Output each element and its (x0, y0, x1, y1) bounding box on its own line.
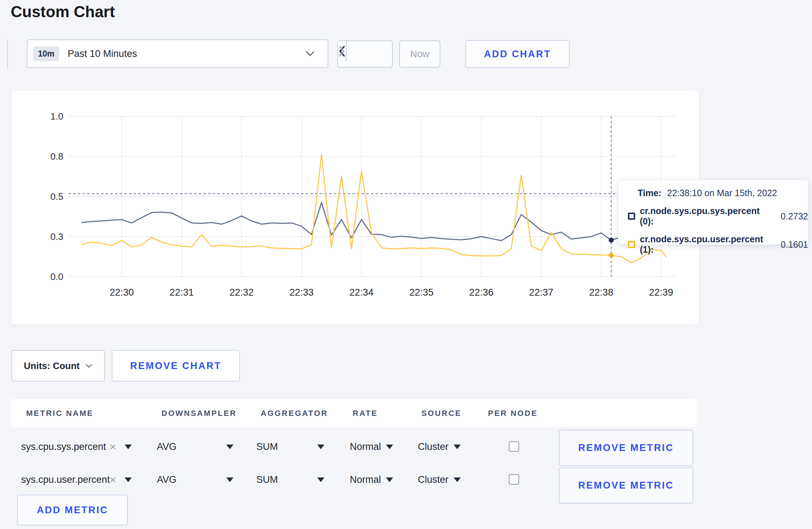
chevron-down-icon (85, 364, 92, 368)
series-swatch-sys-icon (628, 213, 635, 220)
y-axis-tick-label: 0.3 (50, 231, 63, 242)
x-axis-tick-label: 22:37 (529, 287, 554, 298)
metric-name-caret[interactable] (125, 470, 132, 490)
chevron-right-icon (338, 45, 346, 57)
aggregator-select[interactable]: SUM (256, 437, 278, 457)
x-axis-tick-label: 22:39 (649, 287, 673, 298)
col-header-per-node: PER NODE (488, 399, 538, 427)
tooltip-series-label: cr.node.sys.cpu.user.percent (1): (640, 234, 776, 255)
remove-chart-button[interactable]: REMOVE CHART (112, 350, 240, 382)
x-axis-tick-label: 22:34 (349, 287, 374, 298)
rate-select[interactable]: Normal (350, 437, 393, 457)
tooltip-time-label: Time: (638, 188, 661, 198)
time-range-badge: 10m (33, 47, 59, 61)
col-header-aggregator: AGGREGATOR (261, 399, 328, 427)
x-axis-tick-label: 22:35 (409, 287, 434, 298)
source-select[interactable]: Cluster (418, 470, 461, 490)
chart-hover-tooltip: Time: 22:38:10 on Mar 15th, 2022 cr.node… (618, 180, 808, 245)
clear-metric-icon[interactable]: × (110, 470, 116, 490)
tooltip-series-value: 0.1601 (781, 239, 808, 250)
x-axis-tick-label: 22:36 (469, 287, 494, 298)
units-select[interactable]: Units: Count (11, 350, 105, 382)
aggregator-caret[interactable] (317, 470, 324, 490)
downsampler-select[interactable]: AVG (157, 437, 177, 457)
chart-plot-area[interactable]: 0.00.30.50.81.022:3022:3122:3222:3322:34… (11, 91, 700, 325)
series-swatch-user-icon (628, 241, 635, 248)
add-chart-button[interactable]: ADD CHART (465, 40, 570, 68)
tooltip-series-row: cr.node.sys.cpu.sys.percent (0): 0.2732 (628, 206, 808, 227)
tooltip-time-value: 22:38:10 on Mar 15th, 2022 (667, 188, 777, 198)
remove-metric-button[interactable]: REMOVE METRIC (559, 467, 693, 504)
toolbar-divider (7, 40, 8, 68)
time-range-select[interactable]: 10m Past 10 Minutes (27, 39, 328, 68)
x-axis-tick-label: 22:33 (289, 287, 314, 298)
col-header-downsampler: DOWNSAMPLER (161, 399, 237, 427)
col-header-metric-name: METRIC NAME (26, 399, 93, 427)
remove-metric-button[interactable]: REMOVE METRIC (559, 430, 693, 466)
y-axis-tick-label: 1.0 (50, 111, 63, 122)
per-node-checkbox[interactable] (509, 441, 519, 452)
downsampler-caret[interactable] (226, 470, 233, 490)
triangle-down-icon (454, 477, 461, 482)
aggregator-select[interactable]: SUM (256, 470, 278, 490)
add-metric-button[interactable]: ADD METRIC (17, 495, 128, 525)
tooltip-series-value: 0.2732 (781, 211, 808, 222)
aggregator-caret[interactable] (317, 437, 324, 457)
chart-card: 0.00.30.50.81.022:3022:3122:3222:3322:34… (11, 90, 700, 325)
rate-select[interactable]: Normal (350, 470, 393, 490)
x-axis-tick-label: 22:30 (110, 287, 134, 298)
clear-metric-icon[interactable]: × (110, 437, 116, 457)
chevron-down-icon (305, 51, 315, 57)
y-axis-tick-label: 0.0 (50, 271, 63, 282)
next-window-button[interactable] (338, 41, 346, 61)
now-button[interactable]: Now (399, 40, 440, 68)
triangle-down-icon (454, 445, 461, 449)
metric-name-caret[interactable] (125, 437, 132, 457)
y-axis-tick-label: 0.5 (50, 191, 63, 202)
triangle-down-icon (386, 477, 393, 482)
x-axis-tick-label: 22:38 (589, 287, 613, 298)
metric-name-select[interactable]: sys.cpu.user.percent (21, 470, 110, 490)
highlighted-point (609, 253, 614, 258)
downsampler-caret[interactable] (226, 437, 233, 457)
downsampler-select[interactable]: AVG (157, 470, 177, 490)
time-window-nav (337, 40, 393, 68)
tooltip-series-row: cr.node.sys.cpu.user.percent (1): 0.1601 (628, 234, 808, 255)
highlighted-point (609, 238, 614, 243)
metric-name-select[interactable]: sys.cpu.sys.percent (21, 437, 106, 457)
x-axis-tick-label: 22:32 (229, 287, 254, 298)
source-select[interactable]: Cluster (418, 437, 461, 457)
series-line-0 (82, 203, 666, 241)
time-range-value: Past 10 Minutes (68, 48, 305, 59)
page-title: Custom Chart (11, 2, 115, 21)
col-header-rate: RATE (353, 399, 378, 427)
triangle-down-icon (386, 445, 393, 449)
x-axis-tick-label: 22:31 (170, 287, 194, 298)
series-line-1 (82, 154, 666, 262)
metrics-table-header: METRIC NAME DOWNSAMPLER AGGREGATOR RATE … (11, 399, 696, 427)
tooltip-series-label: cr.node.sys.cpu.sys.percent (0): (640, 206, 776, 227)
y-axis-tick-label: 0.8 (50, 151, 63, 162)
per-node-checkbox[interactable] (509, 474, 519, 485)
col-header-source: SOURCE (421, 399, 461, 427)
